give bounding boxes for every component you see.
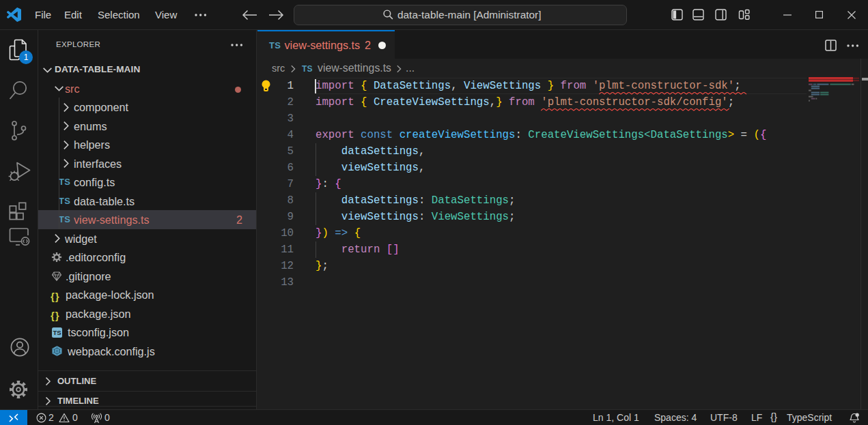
- svg-text:1: 1: [24, 53, 29, 62]
